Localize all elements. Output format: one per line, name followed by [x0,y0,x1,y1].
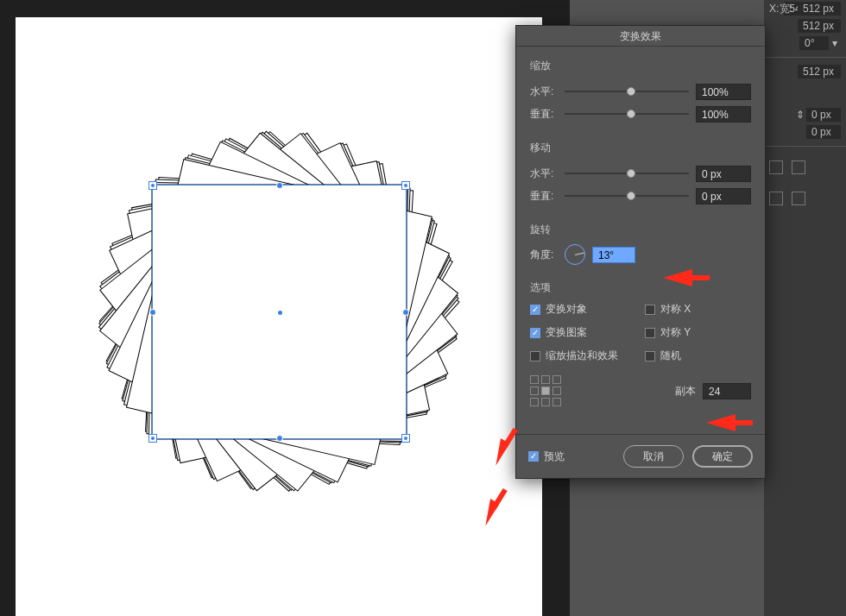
scale-section-title: 缩放 [530,59,751,73]
move-h-slider[interactable] [565,167,689,179]
opt-transform-objects[interactable]: 变换对象 [530,302,636,317]
center-point [278,311,282,315]
scale-section: 缩放 水平: 100% 垂直: 100% [530,59,751,125]
annotation-arrow-angle [663,269,692,286]
prop-h: 512 px [764,17,846,35]
move-v-slider[interactable] [565,190,689,202]
opt-reflect-x-label: 对称 X [660,302,691,317]
opt-scale-strokes[interactable]: 缩放描边和效果 [530,349,636,363]
origin-grid[interactable] [530,375,561,406]
ok-label: 确定 [712,449,733,464]
opt-reflect-y-label: 对称 Y [660,325,691,340]
angle-dial[interactable] [565,244,585,265]
prop-px1: ⇕ 0 px [764,106,846,123]
anchor-top-right[interactable] [401,181,410,190]
align-left-icon[interactable] [769,160,783,174]
scale-v-value[interactable]: 100% [696,106,751,123]
copies-row: 副本 24 [530,375,751,406]
distribute-v-icon[interactable] [792,192,805,205]
cancel-label: 取消 [643,449,664,464]
anchor-bottom-left[interactable] [148,434,157,443]
properties-panel: X: 540 px 宽: 512 px 512 px 0° ▾ 512 px ⇕… [764,0,846,616]
scale-v-slider[interactable] [565,108,689,120]
prop-extra1-value[interactable]: 512 px [798,65,841,79]
align-row [764,152,846,183]
scale-v-label: 垂直: [530,107,558,122]
preview-checkbox[interactable]: 预览 [528,449,565,464]
prop-px1-value[interactable]: 0 px [806,108,841,122]
divider [764,146,846,147]
align-center-icon[interactable] [792,160,805,174]
prop-px2-value[interactable]: 0 px [806,125,841,139]
opt-reflect-y[interactable]: 对称 Y [645,325,751,340]
prop-angle: 0° ▾ [764,35,846,52]
scale-h-row: 水平: 100% [530,80,751,103]
prop-extra1: 512 px [764,63,846,80]
rotate-angle-input[interactable]: 13° [592,247,635,263]
preview-label: 预览 [544,449,565,464]
options-section-title: 选项 [530,280,751,295]
distribute-h-icon[interactable] [769,192,783,205]
rotate-angle-row: 角度: 13° [530,244,751,265]
rotate-section: 旋转 角度: 13° [530,223,751,265]
rotate-angle-label: 角度: [530,248,558,262]
copies-label: 副本 [675,384,696,399]
handle-top[interactable] [276,182,283,189]
scale-h-slider[interactable] [565,85,689,97]
scale-h-value[interactable]: 100% [696,84,751,100]
move-v-label: 垂直: [530,189,558,204]
move-h-value[interactable]: 0 px [696,166,751,182]
dialog-body: 缩放 水平: 100% 垂直: 100% 移动 水平: 0 px 垂直: [516,47,765,434]
anchor-top-left[interactable] [148,181,157,190]
opt-random[interactable]: 随机 [645,349,751,363]
prop-x-label: X: [769,3,779,15]
chevron-down-icon[interactable]: ▾ [832,37,841,49]
copies-input[interactable]: 24 [703,383,751,399]
prop-h-value[interactable]: 512 px [798,19,841,33]
selection-bounds[interactable] [152,185,407,439]
opt-reflect-x[interactable]: 对称 X [645,302,751,317]
distribute-row [764,183,846,214]
dialog-buttons: 预览 取消 确定 [516,434,765,478]
move-section: 移动 水平: 0 px 垂直: 0 px [530,141,751,207]
move-section-title: 移动 [530,141,751,155]
link-icon[interactable]: ⇕ [796,109,805,121]
opt-random-label: 随机 [660,349,681,363]
options-section: 选项 变换对象 对称 X 变换图案 对称 Y 缩放描边和效果 随机 副本 24 [530,280,751,406]
annotation-arrow-copies [706,414,736,431]
opt-scale-strokes-label: 缩放描边和效果 [546,349,618,363]
handle-bottom[interactable] [276,435,283,442]
prop-w-value[interactable]: 512 px [798,2,841,16]
prop-w-label: 宽: [780,2,792,16]
artboard[interactable] [16,17,542,616]
handle-right[interactable] [402,309,409,316]
cancel-button[interactable]: 取消 [623,445,684,468]
anchor-bottom-right[interactable] [401,434,410,443]
scale-h-label: 水平: [530,85,558,99]
dialog-title[interactable]: 变换效果 [516,26,765,47]
move-v-row: 垂直: 0 px [530,185,751,207]
handle-left[interactable] [149,309,156,316]
move-h-row: 水平: 0 px [530,162,751,185]
divider [764,57,846,58]
ok-button[interactable]: 确定 [692,445,753,468]
scale-v-row: 垂直: 100% [530,103,751,125]
opt-transform-patterns-label: 变换图案 [546,325,587,340]
move-h-label: 水平: [530,167,558,181]
move-v-value[interactable]: 0 px [696,188,751,204]
rotate-section-title: 旋转 [530,223,751,237]
prop-angle-value[interactable]: 0° [799,36,829,50]
opt-transform-objects-label: 变换对象 [546,302,587,317]
opt-transform-patterns[interactable]: 变换图案 [530,325,636,340]
transform-effect-dialog[interactable]: 变换效果 缩放 水平: 100% 垂直: 100% 移动 水平: 0 px [515,25,766,479]
prop-px2: 0 px [764,123,846,141]
